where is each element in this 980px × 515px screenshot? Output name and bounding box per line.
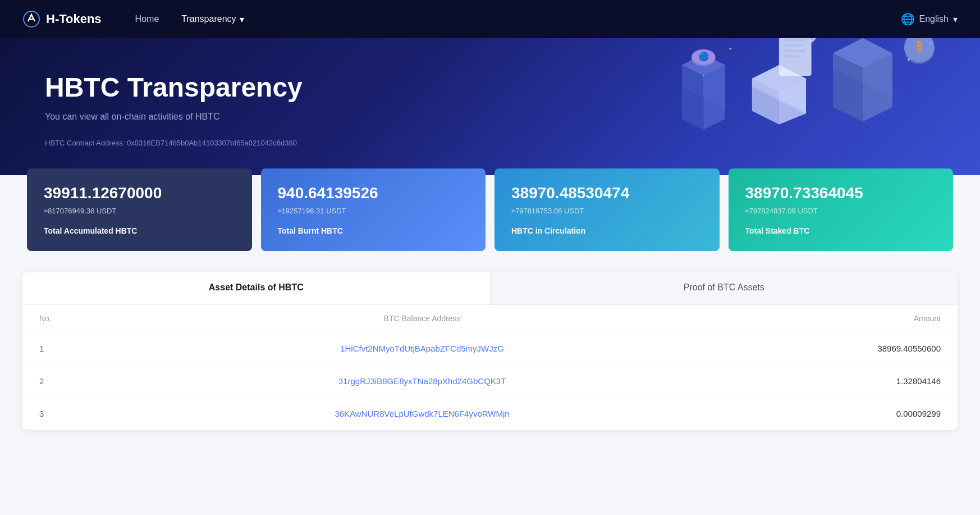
svg-rect-18 [784, 44, 804, 47]
col-amount: Amount [699, 305, 958, 332]
svg-text:₿: ₿ [917, 40, 922, 53]
stat-label-circulation: HBTC in Circulation [511, 226, 703, 235]
svg-rect-16 [779, 38, 812, 76]
logo-text: H-Tokens [46, 12, 102, 26]
navbar: H-Tokens Home Transparency ▾ 🌐 English ▾ [0, 0, 980, 38]
hero-section: HBTC Transparency You can view all on-ch… [0, 38, 980, 175]
globe-icon: 🌐 [901, 12, 915, 26]
svg-point-22 [729, 48, 731, 50]
tab-proof-btc[interactable]: Proof of BTC Assets [490, 272, 958, 304]
hero-subtitle: You can view all on-chain activities of … [45, 112, 935, 122]
stats-row: 39911.12670000 ≈817076949.36 USDT Total … [22, 164, 958, 256]
nav-links: Home Transparency ▾ [135, 14, 901, 25]
tab-asset-details[interactable]: Asset Details of HBTC [22, 272, 490, 304]
cell-amount: 38969.40550600 [699, 332, 958, 365]
svg-rect-19 [784, 50, 806, 52]
cell-address: 1HiCfvt2NMyoTdUtjBApabZFCd5myJWJzG [145, 332, 700, 365]
stat-value-accumulated: 39911.12670000 [44, 184, 235, 202]
cell-no: 3 [22, 398, 145, 430]
cell-no: 1 [22, 332, 145, 365]
logo[interactable]: H-Tokens [22, 10, 102, 28]
svg-point-24 [908, 58, 910, 61]
btc-address-link[interactable]: 1HiCfvt2NMyoTdUtjBApabZFCd5myJWJzG [340, 344, 504, 353]
lang-dropdown-icon: ▾ [953, 14, 958, 25]
stat-usdt-accumulated: ≈817076949.36 USDT [44, 207, 235, 215]
stat-value-circulation: 38970.48530474 [511, 184, 703, 202]
hero-title: HBTC Transparency [45, 72, 935, 103]
cell-address: 31rggRJ3iB8GE8yxTNa28pXhd24GbCQK3T [145, 365, 700, 398]
stat-card-burnt: 940.64139526 ≈19257196.31 USDT Total Bur… [261, 168, 486, 251]
table-section: Asset Details of HBTC Proof of BTC Asset… [22, 272, 958, 430]
hero-contract: HBTC Contract Address: 0x0316EB71485b0Ab… [45, 139, 935, 147]
cell-amount: 0.00009299 [699, 398, 958, 430]
stat-usdt-circulation: ≈797819753.06 USDT [511, 207, 703, 215]
stat-usdt-staked: ≈797824837.09 USDT [745, 207, 937, 215]
svg-marker-21 [812, 38, 822, 43]
stat-value-burnt: 940.64139526 [278, 184, 469, 202]
cell-amount: 1.32804146 [699, 365, 958, 398]
stat-label-staked: Total Staked BTC [745, 226, 937, 235]
stat-value-staked: 38970.73364045 [745, 184, 937, 202]
hero-illustration: 🔵 ₿ [643, 38, 969, 173]
svg-point-5 [692, 49, 715, 65]
table-row: 1 1HiCfvt2NMyoTdUtjBApabZFCd5myJWJzG 389… [22, 332, 958, 365]
stat-card-circulation: 38970.48530474 ≈797819753.06 USDT HBTC i… [494, 168, 720, 251]
asset-table: No. BTC Balance Address Amount 1 1HiCfvt… [22, 305, 958, 430]
svg-rect-20 [784, 55, 800, 57]
table-row: 2 31rggRJ3iB8GE8yxTNa28pXhd24GbCQK3T 1.3… [22, 365, 958, 398]
nav-transparency[interactable]: Transparency ▾ [181, 14, 244, 25]
btc-address-link[interactable]: 31rggRJ3iB8GE8yxTNa28pXhd24GbCQK3T [338, 376, 506, 386]
col-address: BTC Balance Address [145, 305, 700, 332]
svg-rect-17 [784, 39, 807, 42]
table-header-row: No. BTC Balance Address Amount [22, 305, 958, 332]
table-tabs: Asset Details of HBTC Proof of BTC Asset… [22, 272, 958, 305]
svg-point-23 [810, 40, 812, 42]
btc-address-link[interactable]: 36KAwNUR8VeLpUfGwdk7LEN6F4yvoRWMjn [335, 409, 509, 418]
stat-usdt-burnt: ≈19257196.31 USDT [278, 207, 469, 215]
svg-point-13 [904, 38, 935, 64]
svg-point-4 [692, 51, 715, 66]
language-selector[interactable]: 🌐 English ▾ [901, 12, 958, 26]
stat-label-burnt: Total Burnt HBTC [278, 226, 469, 235]
svg-text:🔵: 🔵 [698, 51, 709, 62]
stat-card-accumulated: 39911.12670000 ≈817076949.36 USDT Total … [27, 168, 252, 251]
stat-label-accumulated: Total Accumulated HBTC [44, 226, 235, 235]
col-no: No. [22, 305, 145, 332]
table-row: 3 36KAwNUR8VeLpUfGwdk7LEN6F4yvoRWMjn 0.0… [22, 398, 958, 430]
svg-point-25 [929, 43, 931, 44]
cell-address: 36KAwNUR8VeLpUfGwdk7LEN6F4yvoRWMjn [145, 398, 700, 430]
nav-home[interactable]: Home [135, 14, 159, 24]
svg-point-14 [904, 38, 935, 62]
dropdown-arrow-icon: ▾ [240, 14, 244, 25]
stat-card-staked: 38970.73364045 ≈797824837.09 USDT Total … [729, 168, 954, 251]
cell-no: 2 [22, 365, 145, 398]
